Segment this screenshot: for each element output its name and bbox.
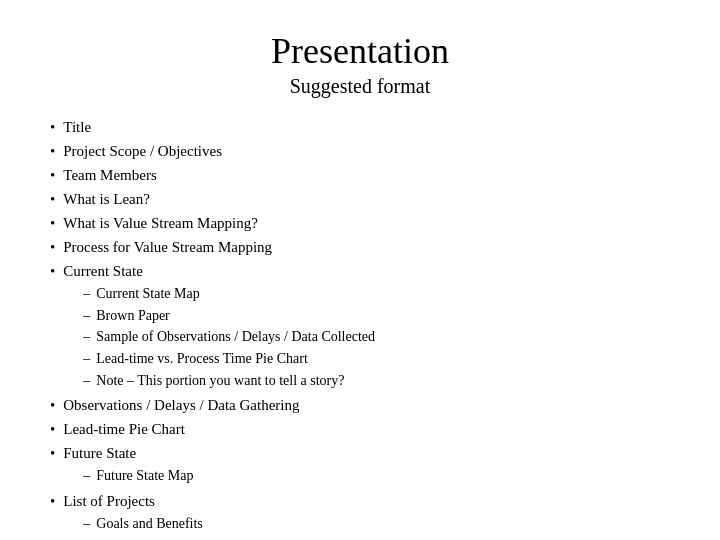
bullet-text-vsm: What is Value Stream Mapping? bbox=[63, 213, 258, 234]
bullet-label: Team Members bbox=[63, 167, 157, 183]
bullet-dot: • bbox=[50, 261, 55, 282]
sub-dash: – bbox=[83, 327, 90, 347]
bullet-text-title: Title bbox=[63, 117, 91, 138]
bullet-label: List of Projects bbox=[63, 493, 155, 509]
main-bullet-list: •Title•Project Scope / Objectives•Team M… bbox=[50, 117, 670, 540]
bullet-item-current: •Current State–Current State Map–Brown P… bbox=[50, 261, 670, 392]
bullet-dot: • bbox=[50, 213, 55, 234]
bullet-label: Process for Value Stream Mapping bbox=[63, 239, 272, 255]
bullet-text-team: Team Members bbox=[63, 165, 157, 186]
bullet-text-lean: What is Lean? bbox=[63, 189, 150, 210]
bullet-label: Current State bbox=[63, 263, 143, 279]
bullet-dot: • bbox=[50, 189, 55, 210]
bullet-label: Lead-time Pie Chart bbox=[63, 421, 185, 437]
slide: Presentation Suggested format •Title•Pro… bbox=[0, 0, 720, 540]
bullet-dot: • bbox=[50, 165, 55, 186]
bullet-item-title: •Title bbox=[50, 117, 670, 138]
sub-dash: – bbox=[83, 514, 90, 534]
sub-item: –Note – This portion you want to tell a … bbox=[63, 371, 375, 391]
sub-text: Future State Map bbox=[96, 466, 193, 486]
sub-list-projects: –Goals and Benefits bbox=[63, 514, 203, 534]
sub-dash: – bbox=[83, 371, 90, 391]
bullet-label: Future State bbox=[63, 445, 136, 461]
bullet-text-process: Process for Value Stream Mapping bbox=[63, 237, 272, 258]
bullet-item-lean: •What is Lean? bbox=[50, 189, 670, 210]
bullet-label: Observations / Delays / Data Gathering bbox=[63, 397, 299, 413]
bullet-text-projects: List of Projects–Goals and Benefits bbox=[63, 491, 203, 536]
sub-item: –Future State Map bbox=[63, 466, 193, 486]
bullet-text-observations: Observations / Delays / Data Gathering bbox=[63, 395, 299, 416]
bullet-label: Title bbox=[63, 119, 91, 135]
bullet-text-current: Current State–Current State Map–Brown Pa… bbox=[63, 261, 375, 392]
slide-content: •Title•Project Scope / Objectives•Team M… bbox=[50, 117, 670, 540]
sub-item: –Current State Map bbox=[63, 284, 375, 304]
bullet-item-team: •Team Members bbox=[50, 165, 670, 186]
sub-text: Note – This portion you want to tell a s… bbox=[96, 371, 344, 391]
sub-list-current: –Current State Map–Brown Paper–Sample of… bbox=[63, 284, 375, 390]
sub-dash: – bbox=[83, 349, 90, 369]
bullet-item-leadtime: •Lead-time Pie Chart bbox=[50, 419, 670, 440]
bullet-dot: • bbox=[50, 117, 55, 138]
bullet-dot: • bbox=[50, 491, 55, 512]
bullet-item-observations: •Observations / Delays / Data Gathering bbox=[50, 395, 670, 416]
bullet-item-future: •Future State–Future State Map bbox=[50, 443, 670, 488]
slide-title: Presentation bbox=[50, 30, 670, 73]
bullet-dot: • bbox=[50, 395, 55, 416]
sub-list-future: –Future State Map bbox=[63, 466, 193, 486]
bullet-item-process: •Process for Value Stream Mapping bbox=[50, 237, 670, 258]
bullet-dot: • bbox=[50, 419, 55, 440]
bullet-dot: • bbox=[50, 141, 55, 162]
sub-dash: – bbox=[83, 284, 90, 304]
sub-text: Sample of Observations / Delays / Data C… bbox=[96, 327, 375, 347]
bullet-text-future: Future State–Future State Map bbox=[63, 443, 193, 488]
sub-text: Brown Paper bbox=[96, 306, 170, 326]
bullet-item-scope: •Project Scope / Objectives bbox=[50, 141, 670, 162]
bullet-label: What is Value Stream Mapping? bbox=[63, 215, 258, 231]
bullet-text-leadtime: Lead-time Pie Chart bbox=[63, 419, 185, 440]
sub-dash: – bbox=[83, 306, 90, 326]
slide-header: Presentation Suggested format bbox=[50, 30, 670, 99]
sub-text: Current State Map bbox=[96, 284, 199, 304]
bullet-dot: • bbox=[50, 237, 55, 258]
sub-text: Goals and Benefits bbox=[96, 514, 203, 534]
sub-dash: – bbox=[83, 466, 90, 486]
bullet-text-scope: Project Scope / Objectives bbox=[63, 141, 222, 162]
bullet-label: What is Lean? bbox=[63, 191, 150, 207]
slide-subtitle: Suggested format bbox=[50, 73, 670, 99]
bullet-item-vsm: •What is Value Stream Mapping? bbox=[50, 213, 670, 234]
bullet-dot: • bbox=[50, 443, 55, 464]
bullet-item-projects: •List of Projects–Goals and Benefits bbox=[50, 491, 670, 536]
sub-item: –Brown Paper bbox=[63, 306, 375, 326]
sub-item: –Goals and Benefits bbox=[63, 514, 203, 534]
sub-item: –Lead-time vs. Process Time Pie Chart bbox=[63, 349, 375, 369]
bullet-label: Project Scope / Objectives bbox=[63, 143, 222, 159]
sub-item: –Sample of Observations / Delays / Data … bbox=[63, 327, 375, 347]
sub-text: Lead-time vs. Process Time Pie Chart bbox=[96, 349, 308, 369]
